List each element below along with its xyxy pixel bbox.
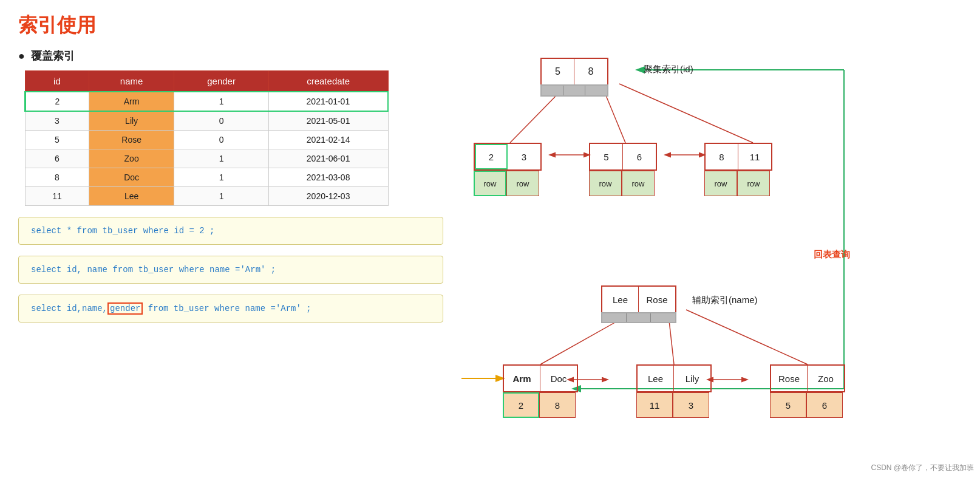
aux-leaf1-id-8: 8 xyxy=(539,392,576,418)
cell-id: 2 xyxy=(26,92,89,111)
sql-highlight-gender: gender xyxy=(107,302,143,315)
aux-label: 辅助索引(name) xyxy=(692,295,758,306)
cell-date: 2021-06-01 xyxy=(268,149,388,168)
aux-leaf2: Lee Lily 11 3 xyxy=(636,364,712,418)
sql-box-1: select * from tb_user where id = 2 ; xyxy=(18,217,443,245)
aux-root-Lee: Lee xyxy=(602,287,639,312)
aux-leaf1-id-2: 2 xyxy=(503,392,539,418)
cell-name: Doc xyxy=(89,168,174,187)
table-row: 3Lily02021-05-01 xyxy=(26,111,389,131)
table-row: 8Doc12021-03-08 xyxy=(26,168,389,187)
leaf2-row2: row xyxy=(622,171,655,196)
cluster-leaf3: 8 11 row row xyxy=(704,143,772,196)
cell-gender: 1 xyxy=(174,92,268,111)
svg-line-7 xyxy=(686,310,808,364)
cluster-leaf1: 2 3 row row xyxy=(474,143,542,196)
leaf1-row2: row xyxy=(506,171,539,196)
page-title: 索引使用 xyxy=(18,12,962,39)
col-name: name xyxy=(89,71,174,92)
cell-name: Lily xyxy=(89,111,174,131)
cluster-label: 聚集索引(id) xyxy=(644,64,693,75)
aux-root-node: Lee Rose xyxy=(601,285,676,313)
left-panel: ● 覆盖索引 id name gender createdate 2Arm120… xyxy=(18,49,468,333)
aux-leaf2-id-3: 3 xyxy=(673,392,709,418)
cell-date: 2021-02-14 xyxy=(268,131,388,149)
aux-leaf2-Lily: Lily xyxy=(674,366,710,391)
cell-name: Rose xyxy=(89,131,174,149)
data-table: id name gender createdate 2Arm12021-01-0… xyxy=(24,70,389,206)
leaf3-cell-11: 11 xyxy=(738,144,771,169)
cell-date: 2021-03-08 xyxy=(268,168,388,187)
cell-name: Zoo xyxy=(89,149,174,168)
sql-text-3-post: from tb_user where name ='Arm' ; xyxy=(143,304,311,313)
col-gender: gender xyxy=(174,71,268,92)
leaf1-cell-2: 2 xyxy=(475,144,508,169)
cell-date: 2021-01-01 xyxy=(268,92,388,111)
cell-date: 2021-05-01 xyxy=(268,111,388,131)
leaf2-cell-5: 5 xyxy=(590,144,623,169)
col-createdate: createdate xyxy=(268,71,388,92)
sql-text-3-pre: select id,name, xyxy=(31,304,107,313)
leaf1-row1: row xyxy=(474,171,506,196)
leaf3-cell-8: 8 xyxy=(706,144,738,169)
aux-leaf3-id-5: 5 xyxy=(770,392,806,418)
cluster-root-node: 5 8 xyxy=(540,58,608,86)
cell-date: 2020-12-03 xyxy=(268,187,388,206)
aux-leaf3-Rose: Rose xyxy=(771,366,808,391)
cell-gender: 1 xyxy=(174,187,268,206)
right-panel: 5 8 聚集索引(id) 2 3 row row 5 6 xyxy=(461,49,965,474)
back-query-label: 回表查询 xyxy=(814,249,850,261)
aux-leaf2-Lee: Lee xyxy=(638,366,674,391)
col-id: id xyxy=(26,71,89,92)
table-row: 6Zoo12021-06-01 xyxy=(26,149,389,168)
cluster-leaf2: 5 6 row row xyxy=(589,143,657,196)
btree-diagram: 5 8 聚集索引(id) 2 3 row row 5 6 xyxy=(461,49,965,474)
table-row: 5Rose02021-02-14 xyxy=(26,131,389,149)
leaf3-row1: row xyxy=(704,171,737,196)
bullet-icon: ● xyxy=(18,50,25,63)
table-row: 2Arm12021-01-01 xyxy=(26,92,389,111)
cluster-root-ptrs xyxy=(540,84,608,97)
cell-id: 8 xyxy=(26,168,89,187)
aux-leaf1-Doc: Doc xyxy=(540,366,577,391)
cell-id: 6 xyxy=(26,149,89,168)
aux-leaf3-Zoo: Zoo xyxy=(808,366,844,391)
sql-box-3: select id,name,gender from tb_user where… xyxy=(18,295,443,323)
watermark: CSDN @卷你了，不要让我加班 xyxy=(871,463,974,473)
cell-id: 5 xyxy=(26,131,89,149)
table-row: 11Lee12020-12-03 xyxy=(26,187,389,206)
aux-leaf3: Rose Zoo 5 6 xyxy=(770,364,845,418)
aux-leaf1-Arm: Arm xyxy=(504,366,540,391)
leaf2-row1: row xyxy=(589,171,622,196)
leaf1-cell-3: 3 xyxy=(508,144,540,169)
sql-box-2: select id, name from tb_user where name … xyxy=(18,256,443,284)
leaf2-cell-6: 6 xyxy=(623,144,656,169)
leaf3-row2: row xyxy=(737,171,770,196)
sql-text-1: select * from tb_user where id = 2 ; xyxy=(31,226,214,236)
root-cell-8: 8 xyxy=(574,59,607,84)
cell-gender: 0 xyxy=(174,131,268,149)
cell-id: 3 xyxy=(26,111,89,131)
section-label: ● 覆盖索引 xyxy=(18,49,468,63)
aux-leaf1: Arm Doc 2 8 xyxy=(503,364,578,418)
cell-name: Arm xyxy=(89,92,174,111)
cell-name: Lee xyxy=(89,187,174,206)
cell-gender: 1 xyxy=(174,168,268,187)
aux-leaf2-id-11: 11 xyxy=(636,392,673,418)
aux-root-ptrs xyxy=(601,312,676,323)
aux-root-Rose: Rose xyxy=(639,287,675,312)
cell-gender: 0 xyxy=(174,111,268,131)
sql-text-2: select id, name from tb_user where name … xyxy=(31,265,276,275)
svg-line-2 xyxy=(619,84,753,143)
section-title: 覆盖索引 xyxy=(31,49,75,63)
root-cell-5: 5 xyxy=(542,59,574,84)
cell-gender: 1 xyxy=(174,149,268,168)
cell-id: 11 xyxy=(26,187,89,206)
aux-leaf3-id-6: 6 xyxy=(806,392,843,418)
